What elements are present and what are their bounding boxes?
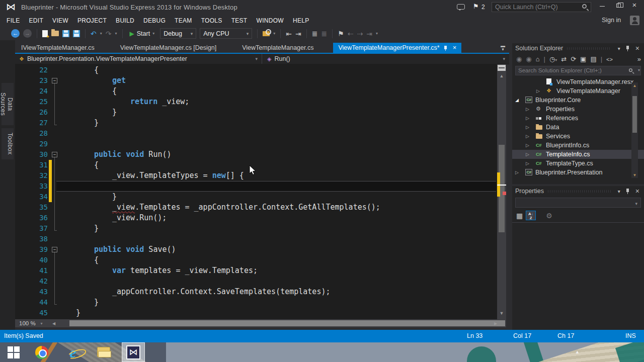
code-line[interactable]: 34} xyxy=(15,192,497,202)
auto-hide-pin-icon[interactable] xyxy=(626,46,630,51)
window-position-icon[interactable]: ▾ xyxy=(615,46,623,51)
tree-item-viewtemplatemanager[interactable]: ▷❖ViewTemplateManager xyxy=(512,86,644,96)
code-line[interactable]: 23−get xyxy=(15,75,497,86)
code-line[interactable]: 24{ xyxy=(15,86,497,97)
scroll-up-icon[interactable]: ▲ xyxy=(497,73,506,78)
collapse-node-icon[interactable]: ◢ xyxy=(515,96,519,105)
undo-icon[interactable]: ↶ xyxy=(91,30,97,38)
code-line[interactable]: 33 xyxy=(15,181,497,192)
expand-node-icon[interactable]: ▷ xyxy=(526,123,529,132)
collapse-region-icon[interactable]: − xyxy=(52,78,57,83)
scroll-up-icon[interactable]: ▲ xyxy=(631,83,638,88)
properties-object-select[interactable]: ▾ xyxy=(515,198,641,208)
menu-item-tools[interactable]: TOOLS xyxy=(197,15,227,26)
tree-item-blueprinter-core[interactable]: ◢C#Blueprinter.Core xyxy=(512,96,644,105)
expand-node-icon[interactable]: ▷ xyxy=(515,168,519,177)
properties-header[interactable]: Properties ▾ × xyxy=(512,186,644,196)
categorized-icon[interactable]: ▦ xyxy=(516,212,523,220)
scroll-down-icon[interactable]: ▼ xyxy=(631,173,638,177)
search-icon[interactable] xyxy=(582,4,587,9)
start-button[interactable] xyxy=(2,342,25,362)
tree-item-viewtemplatemanager-resx[interactable]: ViewTemplateManager.resx xyxy=(512,77,644,86)
feedback-icon[interactable] xyxy=(457,4,465,10)
start-debug-button[interactable]: ▶ Start ▾ xyxy=(128,29,157,38)
tab-toolbox[interactable]: Toolbox xyxy=(2,128,14,159)
menu-item-view[interactable]: VIEW xyxy=(48,15,73,26)
tree-item-blueprintinfo-cs[interactable]: ▷C#BlueprintInfo.cs xyxy=(512,141,644,150)
close-panel-icon[interactable]: × xyxy=(633,187,642,195)
bookmark-icon[interactable]: ⚑ xyxy=(338,30,344,38)
refresh-icon[interactable]: ⟳ xyxy=(571,55,576,63)
code-line[interactable]: 44} xyxy=(15,297,497,308)
editor-zoom-select[interactable]: 100 % ▾ xyxy=(15,320,50,326)
expand-node-icon[interactable]: ▷ xyxy=(526,141,529,150)
horizontal-scroll-thumb[interactable] xyxy=(69,320,505,326)
code-line[interactable]: 25return _view; xyxy=(15,97,497,107)
code-line[interactable]: 45} xyxy=(15,308,497,318)
code-line[interactable]: 40{ xyxy=(15,255,497,265)
navigate-forward-icon[interactable]: → xyxy=(23,29,32,38)
editor-splitter-handle[interactable] xyxy=(498,65,506,71)
solution-platform-select[interactable]: Any CPU▾ xyxy=(200,28,252,39)
tree-item-services[interactable]: ▷Services xyxy=(512,132,644,141)
code-line[interactable]: 39−public void Save() xyxy=(15,244,497,255)
scroll-left-icon[interactable]: ◀ xyxy=(50,321,57,326)
solution-explorer-search-input[interactable]: Search Solution Explorer (Ctrl+;) xyxy=(515,66,641,75)
view-code-icon[interactable]: <> xyxy=(606,56,613,62)
expand-node-icon[interactable]: ▷ xyxy=(526,105,529,114)
increase-indent-icon[interactable]: ⇥ xyxy=(295,30,301,38)
next-bookmark-icon[interactable]: ⇢ xyxy=(357,30,363,38)
open-file-icon[interactable] xyxy=(51,31,59,36)
menu-item-help[interactable]: HELP xyxy=(288,15,314,26)
menu-item-file[interactable]: FILE xyxy=(2,15,25,26)
collapse-region-icon[interactable]: − xyxy=(52,247,57,252)
scroll-down-icon[interactable]: ▼ xyxy=(497,311,506,316)
expand-node-icon[interactable]: ▷ xyxy=(536,86,540,96)
code-line[interactable]: 26} xyxy=(15,107,497,118)
undo-dropdown-icon[interactable]: ▾ xyxy=(100,31,102,36)
taskbar-chrome-button[interactable] xyxy=(30,342,53,362)
show-hidden-icons-icon[interactable]: ▲ xyxy=(575,349,580,354)
pin-tab-icon[interactable] xyxy=(444,45,449,50)
comment-icon[interactable]: ≣ xyxy=(312,30,318,38)
expand-node-icon[interactable]: ▷ xyxy=(526,132,529,141)
toolbar-overflow-icon[interactable]: ▾ xyxy=(376,31,378,36)
notifications-flag-icon[interactable]: ⚑ xyxy=(473,3,479,10)
menu-item-build[interactable]: BUILD xyxy=(111,15,139,26)
show-all-files-icon[interactable]: ▤ xyxy=(590,55,596,63)
decrease-indent-icon[interactable]: ⇤ xyxy=(286,30,292,38)
minimize-button[interactable] xyxy=(595,0,610,11)
toolbar-overflow-icon[interactable]: » xyxy=(637,55,644,63)
sign-in-link[interactable]: Sign in xyxy=(602,17,621,24)
code-line[interactable]: 22{ xyxy=(15,65,497,75)
type-dropdown[interactable]: ❖ Blueprinter.Presentation.ViewTemplateM… xyxy=(15,55,262,62)
previous-bookmark-icon[interactable]: ⇠ xyxy=(348,30,354,38)
menu-item-edit[interactable]: EDIT xyxy=(25,15,48,26)
taskbar-internet-explorer-button[interactable]: e xyxy=(61,342,85,362)
close-panel-icon[interactable]: × xyxy=(633,44,642,52)
search-icon[interactable] xyxy=(629,68,632,72)
search-options-icon[interactable]: ▾ xyxy=(638,68,640,72)
quick-launch-input[interactable]: Quick Launch (Ctrl+Q) xyxy=(492,2,591,12)
tree-item-references[interactable]: ▷References xyxy=(512,114,644,123)
expand-node-icon[interactable]: ▷ xyxy=(526,150,529,159)
redo-dropdown-icon[interactable]: ▾ xyxy=(115,31,117,36)
code-line[interactable]: 30−public void Run() xyxy=(15,149,497,160)
menu-item-team[interactable]: TEAM xyxy=(170,15,197,26)
save-icon[interactable] xyxy=(62,30,69,37)
code-line[interactable]: 35_view.Templates = _appController.Conte… xyxy=(15,202,497,213)
forward-icon[interactable]: ◉ xyxy=(526,55,531,63)
user-avatar-icon[interactable] xyxy=(630,16,639,25)
code-line[interactable]: 38 xyxy=(15,234,497,244)
redo-icon[interactable]: ↷ xyxy=(106,30,112,38)
expand-node-icon[interactable]: ▷ xyxy=(526,114,529,123)
code-line[interactable]: 37} xyxy=(15,223,497,234)
navigate-back-icon[interactable]: ← xyxy=(11,29,20,38)
code-line[interactable]: 42 xyxy=(15,276,497,287)
code-line[interactable]: 43_appController.Context.SaveTemplates(t… xyxy=(15,287,497,297)
home-icon[interactable]: ⌂ xyxy=(536,55,540,63)
code-editor[interactable]: 22{23−get24{25return _view;26}27}282930−… xyxy=(15,64,497,319)
menu-item-project[interactable]: PROJECT xyxy=(73,15,111,26)
back-icon[interactable]: ◉ xyxy=(516,55,522,63)
alphabetical-sort-icon[interactable]: A↓Z xyxy=(526,211,536,220)
